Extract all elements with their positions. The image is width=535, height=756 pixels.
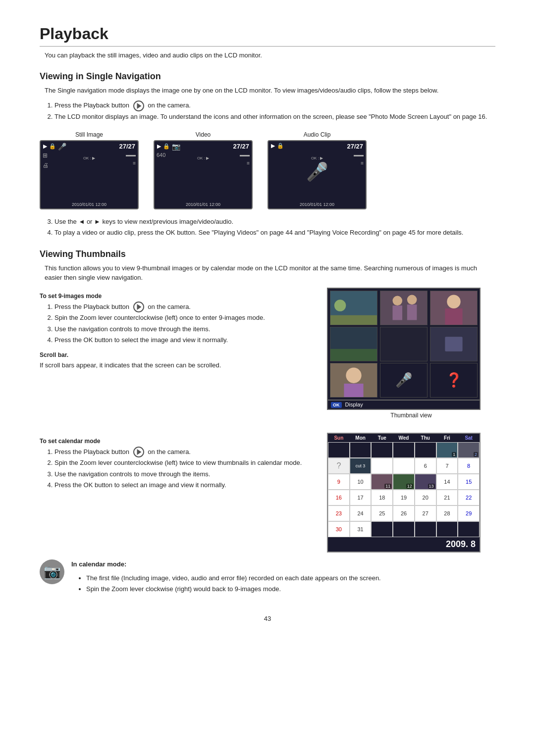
- cal-cell-12: 11: [371, 474, 393, 490]
- mic-small-still: 🎤: [58, 143, 66, 151]
- cal-cell-20: 19: [393, 490, 415, 505]
- nine-step3: Use the navigation controls to move thro…: [54, 324, 312, 335]
- cal-cell-28: 27: [415, 505, 436, 521]
- cal-cell-29: 28: [436, 505, 458, 521]
- scroll-label: Scroll bar.: [40, 351, 312, 359]
- resolution-icon-video: 640: [157, 152, 165, 158]
- audio-label: Audio Clip: [304, 131, 331, 138]
- thumb-cell-8: 🎤: [380, 363, 428, 398]
- cal-tue-header: Tue: [371, 434, 393, 442]
- lcd-ok-audio: OK : ▶: [311, 156, 323, 160]
- cal-cell-e1: [371, 521, 393, 537]
- thumb-view-label: Thumbnail view: [327, 412, 495, 419]
- cal-body: 1 2 ? cut 3 6 7: [328, 442, 480, 537]
- cal-row-4: 16 17 18 19 20 21 22: [328, 490, 480, 505]
- svg-rect-10: [445, 308, 462, 325]
- thumbnails-text-col: To set 9-images mode Press the Playback …: [40, 288, 312, 423]
- cal-fri-header: Fri: [436, 434, 458, 442]
- cal-cell-27: 26: [393, 505, 415, 521]
- cal-cell-18: 17: [350, 490, 372, 505]
- cal-cell-empty4: [393, 442, 415, 458]
- cal-cell-21: 20: [415, 490, 436, 505]
- svg-rect-6: [392, 305, 402, 320]
- mic-thumb-icon: 🎤: [395, 372, 413, 388]
- calendar-note-block: 📷 In calendar mode: The first file (Incl…: [40, 559, 495, 600]
- cal-cell-empty2: [350, 442, 372, 458]
- cal-cell-empty5: [415, 442, 436, 458]
- page-intro: You can playback the still images, video…: [45, 50, 495, 60]
- calendar-ui-col: Sun Mon Tue Wed Thu Fri Sat 1: [327, 433, 495, 553]
- section1-step2: The LCD monitor displays an image. To un…: [54, 111, 495, 122]
- grid-icon-still: ⊞: [43, 152, 49, 159]
- page-title: Playback: [40, 25, 495, 47]
- cal-cell-13: 12: [393, 474, 415, 490]
- sd-icon-video: ≡: [247, 160, 250, 166]
- svg-rect-12: [330, 349, 377, 361]
- cal-cell-23: 22: [458, 490, 480, 505]
- cal-step1: Press the Playback button on the camera.: [54, 447, 312, 458]
- videocam-icon: 📷: [172, 143, 180, 151]
- svg-point-2: [334, 300, 346, 311]
- still-image-screen: ▶ 🔒 🎤 27/27 ⊞ 🖨 OK : ▶ ▬▬ ≡ 2010/01/01 1…: [40, 140, 139, 209]
- calendar-notes-list: The first file (Including image, video, …: [86, 573, 381, 595]
- count-video: 27/27: [233, 143, 249, 150]
- cal-cell-empty3: [371, 442, 393, 458]
- cal-cell-16: 15: [458, 474, 480, 490]
- lock-icon-still: 🔒: [49, 143, 56, 150]
- calendar-section: To set calendar mode Press the Playback …: [40, 433, 495, 553]
- thumb-cell-3: [430, 291, 478, 325]
- section1-steps-list2: Use the ◄ or ► keys to view next/previou…: [54, 216, 495, 238]
- cal-cell-31: 30: [328, 521, 350, 537]
- thumb-cell-7: [330, 363, 377, 398]
- thumb-cell-9: ❓: [430, 363, 478, 398]
- cal-note-1: The first file (Including image, video, …: [86, 573, 381, 584]
- play-icon-still: ▶: [43, 143, 47, 150]
- svg-point-4: [392, 296, 402, 305]
- calendar-text-col: To set calendar mode Press the Playback …: [40, 433, 312, 553]
- lock-icon-video: 🔒: [163, 143, 170, 150]
- page-number: 43: [40, 615, 495, 622]
- battery-icon-audio: ▬▬: [354, 152, 364, 157]
- cal-cell-25: 24: [350, 505, 372, 521]
- playback-button-icon: [133, 101, 144, 111]
- nine-steps-list: Press the Playback button on the camera.…: [54, 302, 312, 346]
- lcd-right-icons-audio: ▬▬ ≡: [354, 152, 364, 166]
- cal-cell-e4: [436, 521, 458, 537]
- battery-icon-still: ▬▬: [126, 152, 136, 157]
- calendar-note-text: In calendar mode: The first file (Includ…: [71, 559, 381, 600]
- section1-step4: To play a video or audio clip, press the…: [54, 227, 495, 238]
- cal-cell-q: ?: [328, 458, 350, 474]
- playback-icon-cal1: [133, 447, 144, 457]
- lcd-icons-audio: ▶ 🔒: [271, 143, 284, 149]
- video-block: Video ▶ 🔒 📷 27/27 640 OK : ▶ ▬▬ ≡ 2010/0…: [154, 131, 253, 209]
- thumb-grid: 🎤 ❓: [330, 291, 479, 398]
- cal-thu-header: Thu: [415, 434, 436, 442]
- ok-badge: OK: [331, 402, 342, 408]
- ok-display-bar: OK Display: [327, 401, 481, 410]
- thumb-cell-1: [330, 291, 377, 325]
- cal-step4: Press the OK button to select an image a…: [54, 480, 312, 491]
- cal-cell-19: 18: [371, 490, 393, 505]
- calendar-note-title: In calendar mode:: [71, 559, 381, 569]
- cal-cell-17: 16: [328, 490, 350, 505]
- cal-cell-14: 13: [415, 474, 436, 490]
- svg-rect-7: [407, 304, 417, 320]
- section2-intro: This function allows you to view 9-thumb…: [45, 263, 495, 283]
- video-label: Video: [196, 131, 211, 138]
- question-thumb-icon: ❓: [445, 372, 463, 388]
- cal-step3: Use the navigation controls to move thro…: [54, 469, 312, 480]
- cal-cell-22: 21: [436, 490, 458, 505]
- section2-title: Viewing Thumbnails: [40, 249, 495, 259]
- svg-rect-14: [445, 337, 462, 351]
- nine-step4: Press the OK button to select the image …: [54, 335, 312, 346]
- print-icon-still: 🖨: [43, 162, 49, 169]
- cal-cell-11: 10: [350, 474, 372, 490]
- nine-step1: Press the Playback button on the camera.: [54, 302, 312, 313]
- lcd-left-icons-still: ⊞ 🖨: [43, 152, 49, 169]
- audio-screen: ▶ 🔒 27/27 OK : ▶ ▬▬ ≡ 🎤 2010/01/01 12:00: [268, 140, 367, 209]
- play-icon-video: ▶: [157, 143, 161, 150]
- cal-cell-7: 6: [415, 458, 436, 474]
- cal-cell-6: [393, 458, 415, 474]
- lcd-right-icons-video: ▬▬ ≡: [240, 152, 250, 166]
- cal-cell-10: 9: [328, 474, 350, 490]
